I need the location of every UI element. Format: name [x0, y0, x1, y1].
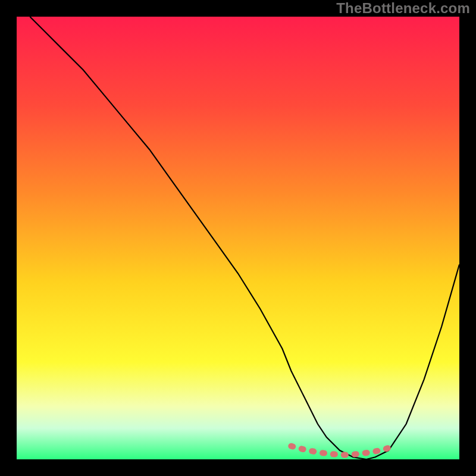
chart-frame: TheBottleneck.com [0, 0, 476, 476]
watermark-text: TheBottleneck.com [336, 0, 470, 17]
chart-svg [17, 17, 459, 459]
plot-area [17, 17, 459, 459]
gradient-background [17, 17, 459, 459]
